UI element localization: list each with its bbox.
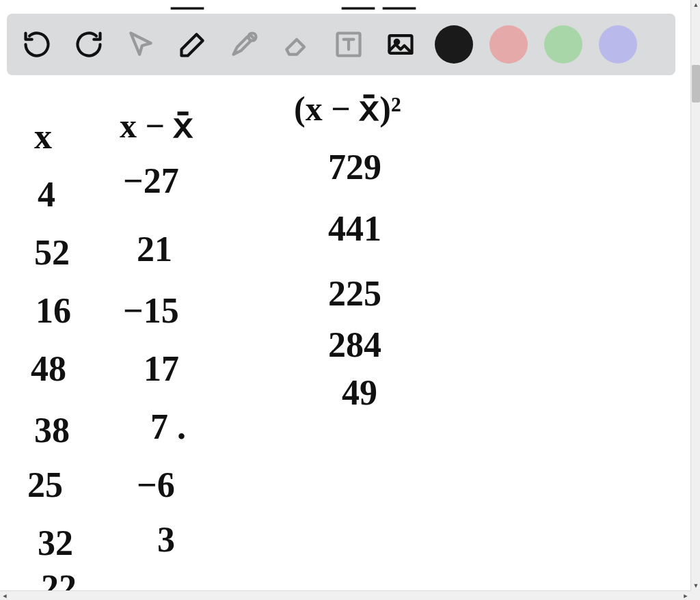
cell-deviation: −27 (123, 161, 179, 201)
cell-deviation: −15 (123, 290, 179, 331)
cell-x: 48 (31, 349, 66, 389)
cell-squared: 284 (328, 325, 381, 365)
redo-button[interactable] (71, 27, 107, 62)
color-swatch-green[interactable] (544, 25, 582, 64)
scroll-right-arrow-icon[interactable]: ► (681, 591, 690, 600)
drawing-toolbar (7, 14, 675, 75)
scroll-up-arrow-icon[interactable]: ▲ (691, 0, 700, 10)
scroll-down-arrow-icon[interactable]: ▼ (691, 581, 700, 590)
select-tool-button[interactable] (123, 27, 159, 62)
cell-x: 52 (34, 232, 70, 273)
color-swatch-purple[interactable] (599, 25, 637, 64)
cell-x: 25 (27, 465, 63, 505)
color-swatch-pink[interactable] (489, 25, 528, 64)
column-header-deviation: x − x̄ (120, 106, 194, 146)
scroll-left-arrow-icon[interactable]: ◄ (0, 591, 10, 600)
cell-x: 32 (38, 523, 73, 563)
vertical-scrollbar[interactable]: ▲ ▼ (690, 0, 700, 590)
column-header-x: x (34, 116, 52, 156)
color-swatch-black[interactable] (435, 25, 473, 64)
horizontal-scrollbar[interactable]: ◄ ► (0, 590, 690, 600)
cell-squared: 729 (328, 147, 381, 187)
eraser-tool-button[interactable] (279, 27, 314, 62)
cell-x: 38 (34, 410, 70, 450)
cell-squared: 441 (328, 208, 381, 249)
text-tool-button[interactable] (331, 27, 366, 62)
cell-x: 4 (38, 174, 55, 215)
image-tool-button[interactable] (383, 27, 418, 62)
scroll-corner (690, 590, 700, 600)
pen-tool-button[interactable] (175, 27, 211, 62)
canvas-area[interactable]: — — — x x − x̄ (x − x (0, 0, 690, 590)
cell-x: 16 (36, 290, 71, 331)
column-header-squared: (x − x̄)² (294, 89, 401, 128)
cell-deviation: 17 (144, 349, 179, 389)
tools-button[interactable] (227, 27, 262, 62)
cell-squared: 49 (342, 372, 377, 413)
vertical-scroll-thumb[interactable] (692, 65, 700, 103)
cell-deviation: 3 (157, 519, 175, 560)
cell-deviation: 7 . (150, 407, 186, 447)
cell-deviation: 21 (137, 229, 172, 269)
cell-x: 22 (41, 567, 77, 590)
cell-deviation: −6 (137, 465, 175, 505)
cell-squared: 225 (328, 273, 381, 314)
undo-button[interactable] (19, 27, 55, 62)
